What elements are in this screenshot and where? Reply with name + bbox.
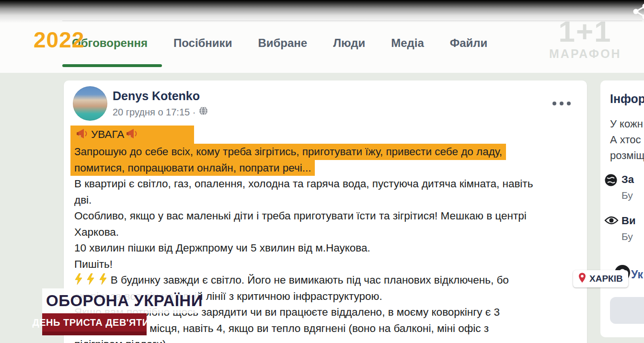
screenshot-stage: Обговорення Посібники Вибране Люди Медіа… xyxy=(0,0,644,343)
tab-people[interactable]: Люди xyxy=(333,36,365,50)
post-line: Пишіть! xyxy=(74,256,533,273)
post-line-lightning: В будинку завжди є світло. Його не вимик… xyxy=(74,272,533,288)
active-tab-underline xyxy=(62,64,162,67)
sidebar-row-title[interactable]: Ви xyxy=(621,215,635,227)
location-badge: ХАРКІВ xyxy=(573,270,628,287)
tab-featured[interactable]: Вибране xyxy=(258,36,307,50)
post-timestamp: 20 грудня о 17:15 · xyxy=(113,106,208,118)
tab-bar: Обговорення Посібники Вибране Люди Медіа… xyxy=(72,36,487,50)
post-line: Харкова. xyxy=(74,224,533,240)
sidebar-description-line: А хтос xyxy=(610,132,644,148)
lightning-icon xyxy=(74,273,83,290)
highlight-attention-line: УВАГА xyxy=(70,126,194,146)
news-banner-day: ДЕНЬ ТРИСТА ДЕВ'ЯТИЙ xyxy=(42,313,147,335)
news-banner-title: ОБОРОНА УКРАЇНИ xyxy=(46,292,203,310)
sidebar-row-title[interactable]: За xyxy=(621,173,634,186)
news-banner: ОБОРОНА УКРАЇНИ xyxy=(42,288,198,313)
eye-icon xyxy=(604,215,619,228)
tab-guides[interactable]: Посібники xyxy=(173,36,232,50)
sidebar-heading: Інфор xyxy=(610,92,644,106)
megaphone-icon xyxy=(126,127,139,146)
post-options-button[interactable] xyxy=(549,98,575,109)
post-line: Особливо, якщо у вас маленькі діти і тре… xyxy=(74,208,533,224)
highlight-line: помитися, попрацювати онлайн, попрати ре… xyxy=(70,160,315,176)
sidebar-description-line: У кожн xyxy=(610,116,644,132)
post-line: підігрівом підлоги). xyxy=(74,336,533,343)
group-info-sidebar: Інфор У кожн А хтос розміщ За Бу Ви Бу xyxy=(600,80,644,337)
post-line: 10 хвилин пішки від Держпрому чи 5 хвили… xyxy=(74,240,533,256)
post-line: дві. xyxy=(74,192,533,208)
privacy-globe-icon xyxy=(199,106,208,118)
broadcast-year-label: 2022 xyxy=(34,27,84,53)
highlight-line: Запрошую до себе всіх, кому треба зігріт… xyxy=(70,144,506,160)
share-icon[interactable] xyxy=(632,2,644,23)
post-line-text: В будинку завжди є світло. Його не вимик… xyxy=(111,274,509,286)
megaphone-icon xyxy=(76,127,89,146)
avatar[interactable] xyxy=(73,86,107,121)
news-banner-day-label: ДЕНЬ ТРИСТА ДЕВ'ЯТИЙ xyxy=(33,317,157,328)
lightning-icon xyxy=(86,273,95,290)
header-divider xyxy=(62,21,642,21)
sidebar-row-sub: Бу xyxy=(621,190,633,201)
attention-label: УВАГА xyxy=(91,128,124,140)
tab-media[interactable]: Медіа xyxy=(391,36,424,50)
pin-icon xyxy=(578,273,586,285)
tab-files[interactable]: Файли xyxy=(450,36,488,50)
sidebar-description: У кожн А хтос розміщ xyxy=(610,116,644,163)
post-author[interactable]: Denys Kotenko xyxy=(113,89,200,103)
sidebar-description-line: розміщ xyxy=(610,148,644,163)
sidebar-row-title[interactable]: Ук xyxy=(631,268,643,281)
post-line: В квартирі є світло, газ, опалення, холо… xyxy=(74,176,533,192)
globe-icon xyxy=(604,173,618,189)
sidebar-row-sub: Бу xyxy=(621,231,633,242)
lightning-icon xyxy=(99,273,107,290)
sidebar-button-placeholder[interactable] xyxy=(610,297,644,324)
group-header: Обговорення Посібники Вибране Люди Медіа… xyxy=(0,0,644,73)
post-timestamp-text: 20 грудня о 17:15 · xyxy=(113,107,196,118)
location-badge-label: ХАРКІВ xyxy=(589,274,623,284)
